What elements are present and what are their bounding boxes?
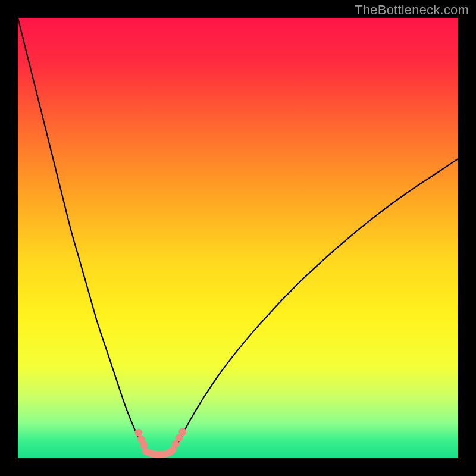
chart-frame: TheBottleneck.com bbox=[0, 0, 476, 476]
marker-right-dot-3 bbox=[178, 428, 186, 436]
watermark-label: TheBottleneck.com bbox=[355, 2, 469, 18]
marker-left-dot-1 bbox=[134, 429, 142, 437]
plot-background bbox=[18, 18, 458, 458]
bottleneck-chart bbox=[0, 0, 476, 476]
marker-left-dot-3 bbox=[140, 441, 148, 449]
